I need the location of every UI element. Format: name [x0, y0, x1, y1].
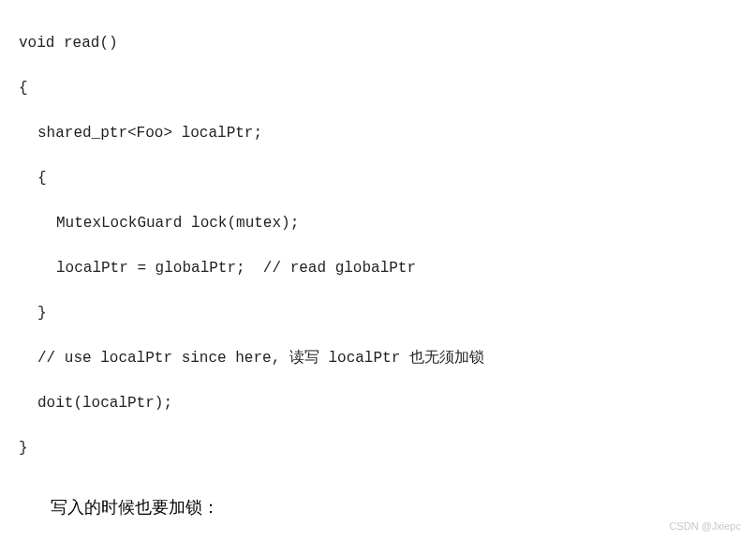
code-line: shared_ptr<Foo> localPtr; [19, 122, 737, 144]
code-block-write: void write() {存在local copy则shared_ptr传递时… [19, 533, 737, 541]
code-line: localPtr = globalPtr; // read globalPtr [19, 257, 737, 279]
code-block-read: void read() { shared_ptr<Foo> localPtr; … [19, 9, 737, 482]
code-line: doit(localPtr); [19, 392, 737, 414]
code-line: // use localPtr since here, 读写 localPtr … [19, 347, 737, 369]
code-line: { [19, 77, 737, 99]
code-line: void read() [19, 32, 737, 54]
code-line: MutexLockGuard lock(mutex); [19, 212, 737, 234]
watermark-text: CSDN @Jxiepc [669, 518, 741, 534]
code-line: } [19, 302, 737, 324]
prose-text: 写入的时候也要加锁： [51, 495, 737, 520]
code-line: { [19, 167, 737, 189]
code-line: } [19, 437, 737, 459]
